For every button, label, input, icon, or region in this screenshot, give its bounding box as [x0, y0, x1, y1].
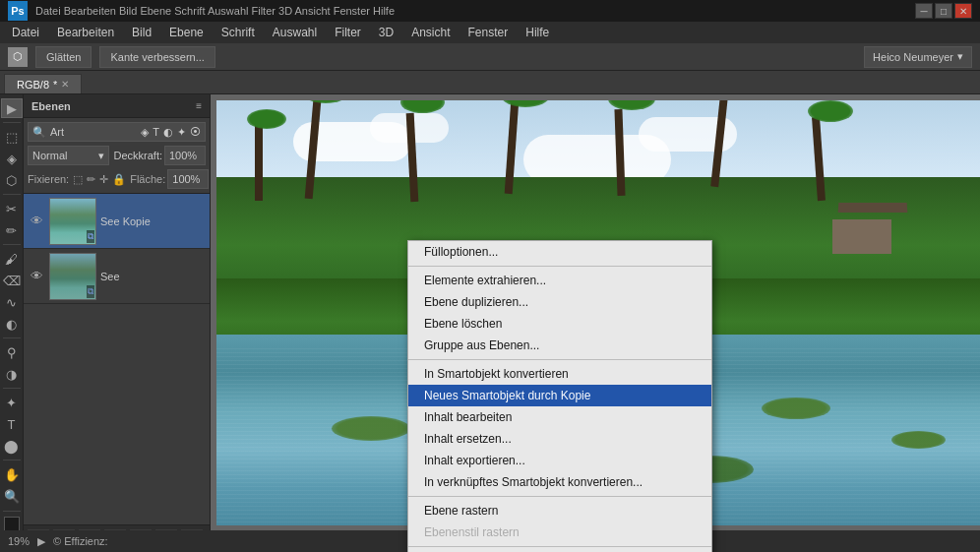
- layer-name-2: See: [100, 271, 206, 282]
- menu-datei[interactable]: Datei: [4, 24, 47, 41]
- options-bar: ⬡ Glätten Kante verbessern... Heico Neum…: [0, 43, 980, 71]
- tool-lasso[interactable]: ◈: [1, 149, 23, 168]
- panel-header-controls: ≡: [196, 100, 202, 111]
- layer-info-2: See: [100, 271, 206, 282]
- context-menu-item-export_content[interactable]: Inhalt exportieren...: [408, 450, 711, 471]
- tool-separator-2: [3, 194, 21, 195]
- menu-fenster[interactable]: Fenster: [460, 24, 517, 41]
- tool-separator-4: [3, 337, 21, 338]
- opacity-input[interactable]: 100%: [164, 146, 206, 165]
- tab-modified: *: [53, 79, 57, 91]
- layer-item-2[interactable]: 👁 ⧉ See: [24, 249, 210, 304]
- context-menu-item-group_from_layers[interactable]: Gruppe aus Ebenen...: [408, 335, 711, 356]
- layer-filter-icon1[interactable]: ◈: [141, 126, 149, 139]
- tool-eraser[interactable]: ◐: [1, 314, 23, 334]
- menu-bild[interactable]: Bild: [124, 24, 159, 41]
- ps-logo: Ps: [8, 1, 28, 21]
- opacity-label: Deckkraft:: [113, 150, 162, 161]
- tool-path[interactable]: ⬤: [1, 436, 23, 456]
- tool-separator-1: [3, 122, 21, 123]
- layer-filter-icon4[interactable]: ✦: [177, 126, 186, 139]
- tool-quick-select[interactable]: ⬡: [1, 170, 23, 190]
- tool-crop[interactable]: ✂: [1, 199, 23, 218]
- tab-close-icon[interactable]: ✕: [61, 79, 69, 90]
- lock-all-icon[interactable]: 🔒: [112, 173, 126, 186]
- tool-hand[interactable]: ✋: [1, 464, 23, 484]
- tool-marquee[interactable]: ⬚: [1, 127, 23, 147]
- blend-mode-value: Normal: [32, 150, 67, 161]
- layer-filter-icon2[interactable]: T: [153, 126, 159, 139]
- tool-dodge[interactable]: ◑: [1, 364, 23, 384]
- menu-auswahl[interactable]: Auswahl: [265, 24, 325, 41]
- lock-row: Fixieren: ⬚ ✏ ✛ 🔒 Fläche: 100%: [28, 169, 206, 189]
- context-menu-item-convert_to_smart[interactable]: In Smartobjekt konvertieren: [408, 363, 711, 385]
- chevron-down-icon: ▾: [957, 50, 963, 63]
- fill-input[interactable]: 100%: [167, 169, 209, 189]
- context-menu-item-rasterize_layer[interactable]: Ebene rastern: [408, 500, 711, 521]
- layer-item-1[interactable]: 👁 ⧉ See Kopie: [24, 194, 210, 249]
- tool-move[interactable]: ▶: [1, 98, 23, 118]
- menu-schrift[interactable]: Schrift: [214, 24, 263, 41]
- context-menu-item-replace_content[interactable]: Inhalt ersetzen...: [408, 428, 711, 450]
- efficiency-label: © Effizienz:: [53, 535, 108, 547]
- layer-visibility-2[interactable]: 👁: [28, 268, 45, 285]
- smart-object-icon-2: ⧉: [87, 285, 94, 298]
- left-toolbar: ▶ ⬚ ◈ ⬡ ✂ ✏ 🖌 ⌫ ∿ ◐ ⚲ ◑ ✦ T ⬤ ✋ 🔍: [0, 94, 24, 552]
- maximize-button[interactable]: □: [935, 3, 952, 19]
- tool-clone[interactable]: ⌫: [1, 271, 23, 290]
- foreground-color[interactable]: [4, 517, 20, 531]
- menu-bearbeiten[interactable]: Bearbeiten: [49, 24, 122, 41]
- layer-filter-icon3[interactable]: ◐: [163, 126, 173, 139]
- tool-gradient[interactable]: ⚲: [1, 342, 23, 362]
- tool-pen[interactable]: ✦: [1, 393, 23, 412]
- title-bar-controls: ─ □ ✕: [915, 3, 972, 19]
- refine-edge-button[interactable]: Kante verbessern...: [99, 46, 214, 68]
- context-menu[interactable]: Fülloptionen...Elemente extrahieren...Eb…: [407, 240, 712, 552]
- minimize-button[interactable]: ─: [915, 3, 933, 19]
- context-menu-item-fill_options[interactable]: Fülloptionen...: [408, 241, 711, 263]
- tool-zoom[interactable]: 🔍: [1, 486, 23, 506]
- menu-ansicht[interactable]: Ansicht: [403, 24, 458, 41]
- zoom-level: 19%: [8, 535, 30, 547]
- document-tab[interactable]: RGB/8 * ✕: [4, 74, 82, 93]
- tool-text[interactable]: T: [1, 414, 23, 434]
- context-menu-item-duplicate_layer[interactable]: Ebene duplizieren...: [408, 291, 711, 313]
- layer-visibility-1[interactable]: 👁: [28, 213, 45, 230]
- fill-control: Fläche: 100%: [130, 169, 209, 189]
- user-dropdown[interactable]: Heico Neumeyer ▾: [864, 46, 972, 68]
- menu-3d[interactable]: 3D: [371, 24, 401, 41]
- context-menu-item-new_smart_copy[interactable]: Neues Smartobjekt durch Kopie: [408, 385, 711, 406]
- menu-hilfe[interactable]: Hilfe: [518, 24, 557, 41]
- lock-transparent-icon[interactable]: ⬚: [73, 173, 83, 186]
- tool-history[interactable]: ∿: [1, 292, 23, 312]
- layer-thumbnail-1: ⧉: [49, 198, 96, 245]
- menu-filter[interactable]: Filter: [327, 24, 369, 41]
- context-menu-separator: [408, 266, 711, 267]
- layers-panel-header: Ebenen ≡: [24, 94, 210, 118]
- opacity-control: Deckkraft: 100%: [113, 146, 206, 165]
- context-menu-item-rasterize_style: Ebenenstil rastern: [408, 521, 711, 543]
- layer-filter-toggle[interactable]: ⦿: [190, 126, 201, 139]
- tab-bar: RGB/8 * ✕: [0, 71, 980, 94]
- tool-separator-6: [3, 460, 21, 460]
- context-menu-item-extract_elements[interactable]: Elemente extrahieren...: [408, 270, 711, 291]
- search-icon: 🔍: [32, 126, 46, 139]
- layer-thumbnail-2: ⧉: [49, 253, 96, 300]
- close-button[interactable]: ✕: [954, 3, 972, 19]
- context-menu-item-edit_content[interactable]: Inhalt bearbeiten: [408, 406, 711, 428]
- context-menu-separator: [408, 496, 711, 497]
- context-menu-item-delete_layer[interactable]: Ebene löschen: [408, 313, 711, 335]
- lock-image-icon[interactable]: ✏: [87, 173, 95, 186]
- panel-menu-icon[interactable]: ≡: [196, 100, 202, 111]
- blend-mode-select[interactable]: Normal ▾: [28, 146, 109, 165]
- user-name-label: Heico Neumeyer: [873, 51, 953, 63]
- context-menu-item-convert_linked[interactable]: In verknüpftes Smartobjekt konvertieren.…: [408, 471, 711, 493]
- menu-ebene[interactable]: Ebene: [161, 24, 212, 41]
- blend-row: Normal ▾ Deckkraft: 100%: [28, 146, 206, 165]
- lock-position-icon[interactable]: ✛: [99, 173, 108, 186]
- tool-brush[interactable]: 🖌: [1, 249, 23, 269]
- canvas-area[interactable]: Fülloptionen...Elemente extrahieren...Eb…: [211, 94, 980, 552]
- tool-eyedropper[interactable]: ✏: [1, 220, 23, 240]
- tool-options-icon: ⬡: [8, 47, 28, 67]
- smooth-button[interactable]: Glätten: [35, 46, 92, 68]
